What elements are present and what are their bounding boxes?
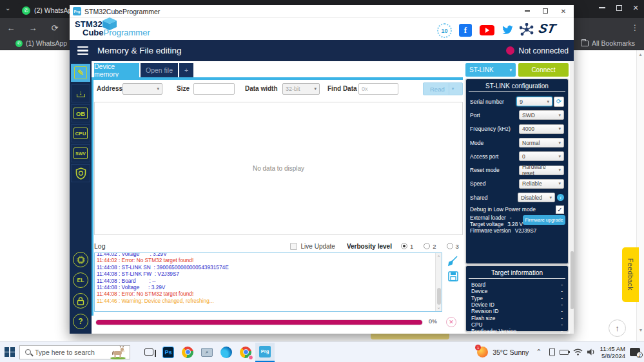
ten-years-badge-icon[interactable]: 10	[437, 23, 452, 38]
volume-icon[interactable]	[587, 348, 596, 356]
info-icon[interactable]: i	[557, 194, 564, 201]
scroll-up-icon[interactable]: ˄	[436, 253, 442, 258]
cancel-operation-button[interactable]: ✕	[446, 317, 456, 327]
browser-minimize-button[interactable]	[594, 1, 610, 14]
battery-icon[interactable]	[560, 350, 569, 355]
scrollbar-thumb[interactable]	[437, 288, 441, 305]
serial-number-dropdown[interactable]: 9 ▾	[516, 97, 552, 106]
sidebar-item-mcu-core[interactable]: CPU	[71, 124, 90, 142]
minimize-icon	[525, 10, 530, 12]
mode-dropdown[interactable]: Normal ▾	[519, 138, 564, 148]
bookmark-whatsapp[interactable]: ✆ (1) WhatsApp	[15, 39, 67, 47]
taskbar: Type here to search Ps ⌕ Prg 1 35°C Sunn…	[0, 341, 644, 362]
taskbar-chrome[interactable]	[178, 343, 197, 362]
probe-selector-dropdown[interactable]: ST-LINK ▾	[465, 63, 516, 77]
address-dropdown[interactable]: ▾	[122, 83, 162, 95]
log-scrollbar[interactable]: ˄ ˅	[435, 253, 442, 311]
connect-button[interactable]: Connect	[518, 63, 569, 77]
tab-open-file[interactable]: Open file	[141, 63, 178, 77]
search-highlight-donkey-image[interactable]	[109, 345, 127, 359]
weather-label[interactable]: 35°C Sunny	[493, 348, 529, 356]
app-close-button[interactable]: ✕	[554, 5, 572, 17]
sidebar-item-external-loaders[interactable]: EL	[73, 272, 88, 288]
forward-icon[interactable]: →	[26, 23, 40, 33]
empty-message: No data to display	[253, 165, 304, 172]
app-scrollbar[interactable]	[570, 61, 574, 334]
sidebar-item-chip-tool[interactable]	[73, 252, 88, 267]
size-input[interactable]	[193, 83, 235, 95]
st-logo-icon[interactable]: ST	[538, 21, 557, 36]
wifi-icon[interactable]	[573, 348, 583, 356]
browser-menu-icon[interactable]: ⋮	[631, 23, 639, 32]
shared-dropdown[interactable]: Disabled ▾	[518, 193, 555, 202]
twitter-icon[interactable]	[502, 25, 514, 35]
browser-close-button[interactable]: ✕	[627, 1, 644, 14]
menu-hamburger-icon[interactable]	[77, 46, 88, 55]
start-button[interactable]	[0, 343, 19, 362]
progress-bar	[95, 319, 423, 325]
clear-log-broom-icon[interactable]	[447, 255, 459, 267]
browser-window-controls: ✕	[594, 1, 644, 14]
scrollbar-down-icon[interactable]: ▼	[637, 328, 644, 332]
app-titlebar[interactable]: Prg STM32CubeProgrammer ✕	[70, 5, 574, 18]
notification-center-icon[interactable]: 2	[630, 348, 640, 356]
log-output[interactable]: 11:44:02 : Voltage : 3.29V 11:44:02 : Er…	[94, 252, 442, 312]
reset-mode-dropdown[interactable]: Hardware reset ▾	[519, 166, 564, 175]
app-maximize-button[interactable]	[536, 5, 554, 17]
sidebar-item-memory-file-editing[interactable]: ✎	[71, 64, 90, 82]
memory-data-area[interactable]: No data to display	[94, 102, 463, 235]
firmware-upgrade-button[interactable]: Firmware upgrade	[523, 215, 565, 225]
hidden-icons-chevron[interactable]: ⌃	[536, 348, 542, 356]
verbosity-radio-3[interactable]	[447, 243, 453, 249]
taskbar-clock[interactable]: 11:45 AM 5/8/2024	[600, 345, 625, 359]
taskbar-edge[interactable]	[217, 343, 236, 362]
sidebar-item-erasing-programming[interactable]: ↓	[71, 84, 90, 102]
live-update-checkbox[interactable]	[290, 243, 297, 250]
task-view-button[interactable]	[139, 343, 159, 362]
scroll-down-icon[interactable]: ˅	[436, 307, 442, 310]
port-dropdown[interactable]: SWD ▾	[519, 110, 564, 120]
speed-dropdown[interactable]: Reliable ▾	[519, 179, 564, 189]
tab-device-memory[interactable]: Device memory	[94, 63, 139, 77]
phone-link-icon[interactable]	[549, 348, 555, 356]
refresh-serial-button[interactable]: ⟳	[554, 97, 564, 107]
tab-add-button[interactable]: +	[179, 63, 193, 77]
verbosity-radio-1[interactable]	[401, 243, 407, 249]
taskbar-photoshop[interactable]: Ps	[159, 343, 178, 362]
sidebar-item-security[interactable]	[71, 164, 90, 182]
log-entry: 11:44:02 : Error: No STM32 target found!	[97, 257, 440, 263]
back-icon[interactable]: ←	[4, 23, 18, 33]
chevron-down-icon: ▾	[549, 195, 552, 200]
profile-badge-icon	[248, 355, 253, 360]
tab-search-chevron-icon[interactable]: ⌄	[5, 5, 10, 12]
weather-icon[interactable]: 1	[477, 347, 488, 357]
scroll-to-top-button[interactable]: ↑	[609, 319, 626, 337]
save-log-icon[interactable]	[447, 271, 459, 282]
data-width-dropdown[interactable]: 32-bit▾	[282, 83, 320, 95]
taskbar-chrome-profile[interactable]	[236, 343, 255, 362]
app-minimize-button[interactable]	[518, 5, 536, 17]
facebook-icon[interactable]: f	[459, 24, 472, 37]
sidebar-item-swv[interactable]: SWV	[71, 144, 90, 162]
reload-icon[interactable]: ⟳	[48, 23, 62, 33]
browser-maximize-button[interactable]	[610, 1, 627, 14]
feedback-tab[interactable]: Feedback	[622, 247, 639, 302]
all-bookmarks-button[interactable]: All Bookmarks	[581, 39, 635, 47]
verbosity-radio-2[interactable]	[424, 243, 430, 249]
taskbar-snip-tool[interactable]: ⌕	[197, 343, 217, 362]
taskbar-stm32cubeprogrammer[interactable]: Prg	[255, 343, 275, 362]
youtube-icon[interactable]	[480, 25, 494, 35]
sidebar-item-help[interactable]: ?	[73, 314, 88, 329]
taskbar-search[interactable]: Type here to search	[19, 345, 130, 359]
frequency-dropdown[interactable]: 4000 ▾	[519, 124, 564, 134]
debug-low-power-checkbox[interactable]: ✓	[556, 205, 564, 214]
scrollbar-up-icon[interactable]: ▲	[637, 50, 644, 57]
access-port-dropdown[interactable]: 0 ▾	[519, 151, 564, 161]
serial-number-row: Serial number 9 ▾ ⟳	[466, 95, 568, 108]
scrollbar-thumb[interactable]	[571, 251, 574, 309]
find-data-input[interactable]	[358, 83, 398, 95]
community-icon[interactable]	[520, 23, 534, 36]
sidebar-item-option-bytes[interactable]: OB	[71, 104, 90, 122]
sidebar-item-secure-programming[interactable]	[73, 293, 88, 309]
read-button[interactable]: Read ▾	[423, 82, 463, 95]
